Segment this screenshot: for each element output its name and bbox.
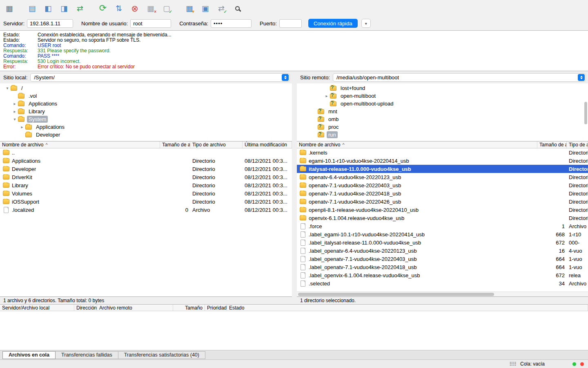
queue-column-header[interactable]: Tamaño <box>173 305 205 311</box>
find-files-icon[interactable] <box>232 3 243 13</box>
password-input[interactable]: •••• <box>211 19 252 28</box>
username-input[interactable]: root <box>130 19 171 28</box>
tree-item[interactable]: ▾System <box>0 115 292 123</box>
chevron-right-icon[interactable]: ▸ <box>323 94 330 98</box>
file-row[interactable]: openatv-7.1-vuduo4kse-20220418_usbDirect… <box>297 189 588 197</box>
reconnect-icon[interactable]: ▢✓ <box>161 3 172 13</box>
file-row[interactable]: .force1Archivo <box>297 222 588 230</box>
cancel-icon[interactable]: ⊗ <box>129 3 140 13</box>
file-row[interactable]: italysat-release-11.0.000-vuduo4kse_usbD… <box>297 165 588 173</box>
folder-icon <box>18 94 24 99</box>
queue-tab[interactable]: Transferencias fallidas <box>55 351 118 359</box>
horizontal-scrollbar[interactable] <box>297 292 588 296</box>
file-row[interactable]: .label_italysat-release-11.0.000-vuduo4k… <box>297 238 588 247</box>
column-header[interactable]: Nombre de archivo^ <box>0 141 160 148</box>
chevron-right-icon[interactable]: ▸ <box>11 101 18 106</box>
queue-tab[interactable]: Transferencias satisfactorias (40) <box>118 351 205 359</box>
column-header[interactable]: Tipo de archivo <box>190 141 243 148</box>
folder-icon: ? <box>318 125 324 130</box>
file-row[interactable]: openpli-8.1-release-vuduo4kse-20220410_u… <box>297 206 588 214</box>
transfer-queue-toggle-icon[interactable]: ⇄ <box>75 3 85 13</box>
remote-tree-toggle-icon[interactable]: ◨ <box>59 3 69 13</box>
file-row[interactable]: iOSSupportDirectorio08/12/2021 00:3... <box>0 197 292 206</box>
file-row[interactable]: .label_openvix-6.1.004.release-vuduo4kse… <box>297 271 588 279</box>
message-log-toggle-icon[interactable]: ▤ <box>27 3 38 13</box>
quickconnect-dropdown-button[interactable]: ▾ <box>361 19 371 28</box>
site-manager-icon[interactable]: ▦ <box>4 3 15 13</box>
directory-filter-icon[interactable]: ▦▼ <box>184 3 195 13</box>
column-header[interactable]: Tamaño de ar <box>537 141 567 148</box>
tree-item[interactable]: ?open-multiboot-upload <box>297 100 588 108</box>
file-icon <box>301 240 305 246</box>
file-row[interactable]: VolumesDirectorio08/12/2021 00:3... <box>0 189 292 197</box>
file-row[interactable]: .localized0Archivo08/12/2021 00:3... <box>0 206 292 214</box>
pane-splitter[interactable] <box>292 71 297 304</box>
process-queue-icon[interactable]: ⇅ <box>114 3 124 13</box>
chevron-right-icon[interactable]: ▸ <box>11 109 18 114</box>
file-row[interactable]: openatv-6.4-vuduo4kse-20220123_usbDirect… <box>297 173 588 181</box>
tree-item[interactable]: Developer <box>0 131 292 139</box>
port-input[interactable] <box>279 19 302 28</box>
local-tree: ▾/.vol▸Applications▸Library▾System▸Appli… <box>0 83 292 141</box>
tree-item[interactable]: ▸Applications <box>0 123 292 131</box>
tree-item[interactable]: ?lost+found <box>297 84 588 92</box>
tree-item[interactable]: ▾/ <box>0 84 292 92</box>
combo-chevrons-icon[interactable] <box>282 74 289 81</box>
file-row[interactable]: .selected34Archivo <box>297 279 588 287</box>
remote-site-combo[interactable]: /media/usb/open-multiboot <box>333 73 586 82</box>
file-row[interactable]: openvix-6.1.004.release-vuduo4kse_usbDir… <box>297 214 588 222</box>
file-row[interactable]: .kernelsDirectorio <box>297 148 588 157</box>
column-header[interactable]: Nombre de archivo^ <box>297 141 537 148</box>
file-row[interactable]: DeveloperDirectorio08/12/2021 00:3... <box>0 165 292 173</box>
server-label: Servidor: <box>3 20 24 27</box>
unknown-status-icon: ? <box>318 123 321 129</box>
combo-chevrons-icon[interactable] <box>578 74 585 81</box>
column-header-label: Tipo de archivo <box>569 142 588 148</box>
file-row[interactable]: openatv-7.1-vuduo4kse-20220403_usbDirect… <box>297 181 588 189</box>
file-row[interactable]: LibraryDirectorio08/12/2021 00:3... <box>0 181 292 189</box>
local-site-combo[interactable]: /System/ <box>30 73 290 82</box>
tree-item[interactable]: ?mnt <box>297 108 588 115</box>
column-header[interactable]: Tipo de archivo <box>567 141 588 148</box>
column-header[interactable]: Tamaño de arc <box>160 141 190 148</box>
local-tree-toggle-icon[interactable]: ◧ <box>43 3 53 13</box>
file-row[interactable]: .label_egami-10.1-r10-vuduo4kse-20220414… <box>297 230 588 238</box>
file-row[interactable]: .label_openatv-7.1-vuduo4kse-20220403_us… <box>297 255 588 263</box>
file-row[interactable]: .label_openatv-7.1-vuduo4kse-20220418_us… <box>297 263 588 271</box>
tree-item[interactable]: .vol <box>0 92 292 100</box>
disconnect-icon[interactable]: ▦× <box>145 3 156 13</box>
file-row[interactable]: egami-10.1-r10-vuduo4kse-20220414_usbDir… <box>297 157 588 165</box>
synchronized-browsing-icon[interactable]: ⇄✓ <box>216 3 227 13</box>
queue-column-header[interactable]: Servidor/Archivo local <box>0 305 74 311</box>
queue-column-header[interactable]: Prioridad <box>205 305 227 311</box>
queue-indicator-icon: ⠿⠿ <box>509 361 516 367</box>
vertical-scrollbar-thumb[interactable] <box>584 102 587 124</box>
queue-tab[interactable]: Archivos en cola <box>2 351 56 359</box>
chevron-down-icon[interactable]: ▾ <box>4 86 11 90</box>
log-line: Estado:Servidor no seguro, no soporta FT… <box>0 38 588 43</box>
tree-item[interactable]: ▸?open-multiboot <box>297 92 588 100</box>
queue-column-header[interactable]: Archivo remoto <box>97 305 173 311</box>
port-label: Puerto: <box>260 20 277 27</box>
tree-item[interactable]: ▸Applications <box>0 100 292 108</box>
quickconnect-button[interactable]: Conexión rápida <box>308 19 358 28</box>
directory-comparison-icon[interactable]: ▣ <box>200 3 211 13</box>
tree-item[interactable]: ?run <box>297 131 588 139</box>
queue-column-header[interactable]: Estado <box>227 305 588 311</box>
log-line-label: Error: <box>0 64 38 70</box>
file-row[interactable]: ApplicationsDirectorio08/12/2021 00:3... <box>0 157 292 165</box>
file-row[interactable]: .. <box>0 148 292 157</box>
file-row[interactable]: openatv-7.1-vuduo4kse-20220426_usbDirect… <box>297 197 588 206</box>
tree-item[interactable]: ?proc <box>297 123 588 131</box>
horizontal-scrollbar-thumb[interactable] <box>298 293 494 296</box>
refresh-icon[interactable]: ⟳ <box>98 3 108 13</box>
chevron-right-icon[interactable]: ▸ <box>19 125 25 129</box>
column-header[interactable]: Última modificación <box>243 141 292 148</box>
server-input[interactable]: 192.168.1.11 <box>27 19 73 28</box>
tree-item[interactable]: ▸Library <box>0 108 292 115</box>
chevron-down-icon[interactable]: ▾ <box>11 117 18 121</box>
file-row[interactable]: .label_openatv-6.4-vuduo4kse-20220123_us… <box>297 247 588 255</box>
file-row[interactable]: DriverKitDirectorio08/12/2021 00:3... <box>0 173 292 181</box>
tree-item[interactable]: ?omb <box>297 115 588 123</box>
queue-column-header[interactable]: Dirección <box>74 305 97 311</box>
